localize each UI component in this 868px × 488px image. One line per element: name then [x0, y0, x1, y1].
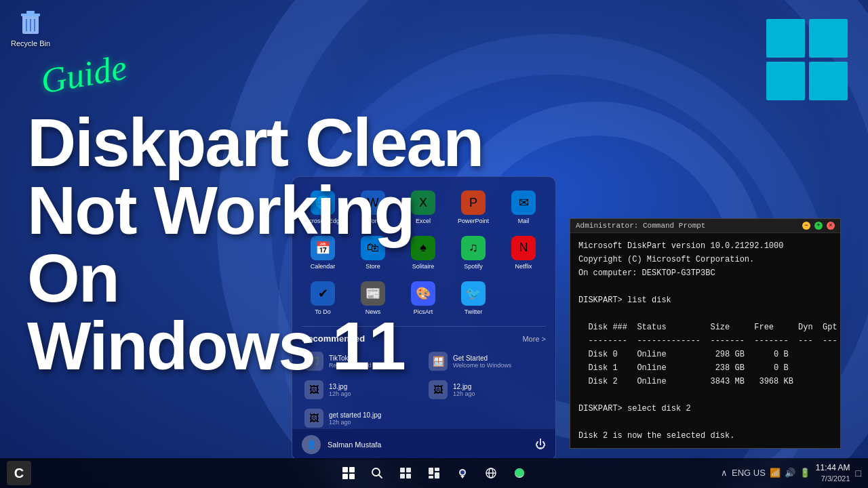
taskbar-logo-c[interactable]: C [7, 461, 31, 485]
terminal-copyright: Copyright (C) Microsoft Corporation. [578, 253, 832, 266]
win-logo-bl [766, 62, 805, 100]
taskbar-battery-icon: 🔋 [800, 468, 810, 478]
recycle-bin-svg [17, 7, 44, 37]
taskbar-wifi-icon: 📶 [770, 468, 781, 478]
rec-item-info: 13.jpg 12h ago [329, 383, 419, 397]
win-logo-br [809, 62, 848, 100]
win-logo-tr [809, 19, 848, 58]
terminal-table-header: Disk ### Status Size Free Dyn Gpt [578, 321, 832, 333]
taskbar-windows-button[interactable] [339, 464, 358, 483]
terminal-minimize[interactable]: − [802, 222, 810, 230]
taskbar-lang: ENG US [732, 468, 766, 478]
terminal-cmd2: DISKPART> select disk 2 [578, 403, 832, 415]
svg-rect-11 [406, 474, 411, 479]
terminal-close[interactable]: × [827, 222, 835, 230]
terminal-content: Microsoft DiskPart version 10.0.21292.10… [570, 233, 840, 449]
win-logo-tl [766, 19, 805, 58]
svg-rect-14 [435, 472, 439, 479]
svg-rect-2 [26, 11, 35, 14]
terminal-cmd1: DISKPART> list disk [578, 294, 832, 306]
recycle-bin-label: Recycle Bin [11, 39, 50, 47]
windows-logo [766, 19, 848, 100]
taskbar-widgets-button[interactable] [425, 464, 443, 483]
rec-item-icon: 🖼 [429, 380, 448, 399]
svg-rect-1 [21, 14, 40, 16]
user-avatar: 👤 [302, 435, 321, 454]
terminal-title-text: Administrator: Command Prompt [576, 222, 705, 230]
main-title: Diskpart Clean Not Working On Windows 11 [27, 108, 556, 380]
taskbar-right: ∧ ENG US 📶 🔊 🔋 11:44 AM 7/3/2021 □ [721, 463, 861, 483]
taskbar-message-button[interactable] [510, 464, 529, 483]
terminal-header: Microsoft DiskPart version 10.0.21292.10… [578, 240, 832, 252]
taskbar-sys-icons: ∧ ENG US 📶 🔊 🔋 [721, 468, 810, 478]
taskbar-globe-button[interactable] [481, 464, 500, 483]
svg-point-17 [460, 470, 465, 474]
title-line4: Windows 11 [27, 312, 556, 380]
taskbar-notification-icon[interactable]: □ [856, 468, 861, 479]
rec-item-info: get started 10.jpg 12h ago [329, 411, 419, 426]
taskbar-clock: 11:44 AM 7/3/2021 [816, 463, 850, 483]
taskbar-chat-button[interactable] [453, 464, 472, 483]
terminal-controls: − + × [802, 222, 835, 230]
taskbar-center [339, 464, 529, 483]
terminal-disk0: Disk 0 Online 298 GB 0 B [578, 348, 832, 361]
rec-item-info: 12.jpg 12h ago [453, 383, 543, 397]
terminal-maximize[interactable]: + [814, 222, 823, 230]
title-line1: Diskpart Clean [27, 108, 556, 176]
rec-item[interactable]: 🖼 get started 10.jpg 12h ago [302, 406, 422, 430]
taskbar-left: C [7, 461, 31, 485]
user-name: Salman Mustafa [328, 441, 528, 449]
rec-item[interactable]: 🖼 12.jpg 12h ago [426, 378, 546, 402]
taskbar: C [0, 458, 868, 488]
terminal-blank3 [578, 389, 832, 401]
title-line2: Not Working [27, 176, 556, 244]
terminal-table-divider: -------- ------------- ------- ------- -… [578, 335, 832, 347]
rec-item-time: 12h ago [453, 390, 543, 397]
terminal-disk1: Disk 1 Online 238 GB 0 B [578, 362, 832, 374]
terminal-blank2 [578, 308, 832, 320]
svg-rect-10 [400, 474, 405, 479]
taskbar-time-display: 11:44 AM [816, 463, 850, 474]
power-button[interactable]: ⏻ [535, 439, 546, 451]
rec-item-icon: 🖼 [304, 409, 323, 428]
taskbar-taskview-button[interactable] [396, 464, 415, 483]
terminal-blank5 [578, 443, 832, 449]
terminal-result1: Disk 2 is now the selected disk. [578, 430, 832, 442]
taskbar-date-display: 7/3/2021 [816, 474, 850, 483]
taskbar-search-button[interactable] [368, 464, 387, 483]
title-line3: On [27, 244, 556, 312]
rec-item-time: 12h ago [329, 419, 419, 426]
start-menu-footer: 👤 Salman Mustafa ⏻ [292, 429, 555, 460]
terminal-blank4 [578, 416, 832, 428]
svg-rect-9 [406, 468, 411, 472]
terminal-window[interactable]: Administrator: Command Prompt − + × Micr… [570, 218, 841, 449]
recycle-bin-icon[interactable]: Recycle Bin [7, 7, 54, 47]
svg-rect-12 [429, 468, 433, 474]
taskbar-speaker-icon: 🔊 [785, 468, 795, 478]
terminal-computer: On computer: DESKTOP-G3TP3BC [578, 267, 832, 279]
taskbar-chevron-icon[interactable]: ∧ [721, 468, 728, 478]
terminal-blank1 [578, 281, 832, 293]
rec-item-name: 13.jpg [329, 383, 419, 390]
svg-rect-13 [435, 468, 439, 471]
terminal-title-bar: Administrator: Command Prompt − + × [570, 219, 840, 233]
terminal-disk2: Disk 2 Online 3843 MB 3968 KB [578, 375, 832, 388]
svg-rect-15 [429, 476, 433, 479]
rec-item-name: get started 10.jpg [329, 411, 419, 419]
svg-rect-8 [400, 468, 405, 472]
rec-item-time: 12h ago [329, 390, 419, 397]
rec-item-name: 12.jpg [453, 383, 543, 390]
svg-line-7 [379, 475, 382, 479]
